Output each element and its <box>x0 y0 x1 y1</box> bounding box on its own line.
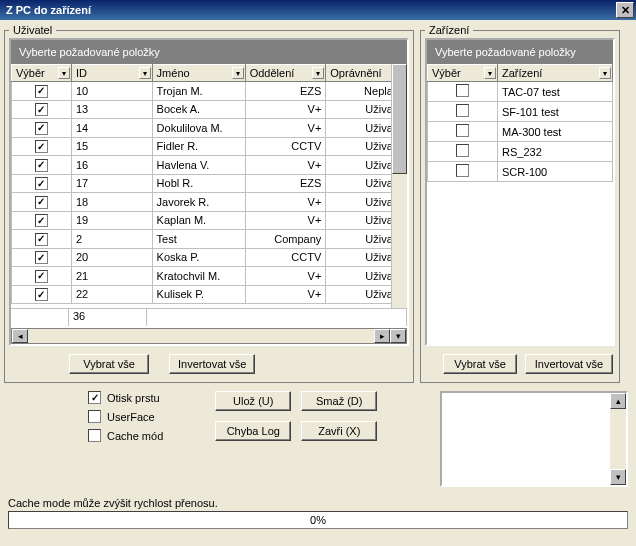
userface-label: UserFace <box>107 411 155 423</box>
cell-dept: V+ <box>245 285 326 304</box>
cell-dept: V+ <box>245 193 326 212</box>
cell-id: 21 <box>71 267 152 286</box>
row-checkbox[interactable] <box>35 196 48 209</box>
cell-id: 15 <box>71 137 152 156</box>
table-row[interactable]: MA-300 test <box>428 122 613 142</box>
table-row[interactable]: TAC-07 test <box>428 82 613 102</box>
row-checkbox[interactable] <box>456 164 469 177</box>
table-row[interactable]: 18Javorek R.V+Uživate <box>12 193 407 212</box>
cell-dept: V+ <box>245 267 326 286</box>
cell-name: Dokulilova M. <box>152 119 245 138</box>
cell-name: Kaplan M. <box>152 211 245 230</box>
fingerprint-checkbox[interactable] <box>88 391 101 404</box>
table-row[interactable]: 14Dokulilova M.V+Uživate <box>12 119 407 138</box>
log-textarea[interactable]: ▴ ▾ <box>440 391 628 487</box>
scroll-down-icon[interactable]: ▾ <box>610 469 626 485</box>
device-select-all-button[interactable]: Vybrat vše <box>443 354 517 374</box>
table-row[interactable]: SF-101 test <box>428 102 613 122</box>
row-checkbox[interactable] <box>35 122 48 135</box>
user-col-name[interactable]: Jméno▾ <box>152 65 245 82</box>
table-row[interactable]: 22Kulisek P.V+Uživate <box>12 285 407 304</box>
cell-dept: V+ <box>245 156 326 175</box>
scroll-up-icon[interactable]: ▴ <box>610 393 626 409</box>
chevron-down-icon[interactable]: ▾ <box>58 67 70 79</box>
cell-name: RS_232 <box>498 142 613 162</box>
cell-dept: V+ <box>245 211 326 230</box>
row-checkbox[interactable] <box>456 144 469 157</box>
cell-name: Hobl R. <box>152 174 245 193</box>
user-invert-all-button[interactable]: Invertovat vše <box>169 354 255 374</box>
row-checkbox[interactable] <box>35 288 48 301</box>
chevron-down-icon[interactable]: ▾ <box>232 67 244 79</box>
cell-dept: V+ <box>245 100 326 119</box>
chevron-down-icon[interactable]: ▾ <box>599 67 611 79</box>
log-vscrollbar[interactable]: ▴ ▾ <box>610 393 626 485</box>
cache-checkbox[interactable] <box>88 429 101 442</box>
table-row[interactable]: 15Fidler R.CCTVUživate <box>12 137 407 156</box>
user-col-id[interactable]: ID▾ <box>71 65 152 82</box>
save-button[interactable]: Ulož (U) <box>215 391 291 411</box>
chevron-down-icon[interactable]: ▾ <box>139 67 151 79</box>
fingerprint-label: Otisk prstu <box>107 392 160 404</box>
row-checkbox[interactable] <box>35 214 48 227</box>
delete-button[interactable]: Smaž (D) <box>301 391 377 411</box>
cell-name: SCR-100 <box>498 162 613 182</box>
user-hscrollbar[interactable]: ◂ ▸ ▾ <box>11 328 407 344</box>
cache-note: Cache mode může zvýšit rychlost přenosu. <box>4 491 632 511</box>
row-checkbox[interactable] <box>456 124 469 137</box>
cell-id: 19 <box>71 211 152 230</box>
row-checkbox[interactable] <box>35 140 48 153</box>
cell-name: Trojan M. <box>152 82 245 101</box>
user-col-select[interactable]: Výběr▾ <box>12 65 72 82</box>
user-table: Výběr▾ ID▾ Jméno▾ Oddělení▾ Oprávnění▾ 1… <box>11 64 407 304</box>
close-icon[interactable]: ✕ <box>616 2 634 18</box>
user-banner: Vyberte požadované položky <box>11 40 407 64</box>
table-row[interactable]: 19Kaplan M.V+Uživate <box>12 211 407 230</box>
chevron-down-icon[interactable]: ▾ <box>390 329 406 343</box>
progress-bar: 0% <box>8 511 628 529</box>
cell-id: 17 <box>71 174 152 193</box>
row-checkbox[interactable] <box>35 251 48 264</box>
chevron-down-icon[interactable]: ▾ <box>312 67 324 79</box>
table-row[interactable]: 13Bocek A.V+Uživate <box>12 100 407 119</box>
row-checkbox[interactable] <box>456 104 469 117</box>
row-checkbox[interactable] <box>35 85 48 98</box>
errorlog-button[interactable]: Chyba Log <box>215 421 291 441</box>
cell-dept: CCTV <box>245 248 326 267</box>
close-button[interactable]: Zavři (X) <box>301 421 377 441</box>
device-col-select[interactable]: Výběr▾ <box>428 65 498 82</box>
table-row[interactable]: RS_232 <box>428 142 613 162</box>
table-row[interactable]: 21Kratochvil M.V+Uživate <box>12 267 407 286</box>
user-vscrollbar[interactable] <box>391 64 407 308</box>
device-group-legend: Zařízení <box>425 24 473 36</box>
user-select-all-button[interactable]: Vybrat vše <box>69 354 149 374</box>
device-col-name[interactable]: Zařízení▾ <box>498 65 613 82</box>
table-row[interactable]: 16Havlena V.V+Uživate <box>12 156 407 175</box>
cell-dept: V+ <box>245 119 326 138</box>
table-row[interactable]: 10Trojan M.EZSNeplatn <box>12 82 407 101</box>
row-checkbox[interactable] <box>35 233 48 246</box>
titlebar: Z PC do zařízení ✕ <box>0 0 636 20</box>
user-col-dept[interactable]: Oddělení▾ <box>245 65 326 82</box>
table-row[interactable]: SCR-100 <box>428 162 613 182</box>
cell-id: 2 <box>71 230 152 249</box>
cache-label: Cache mód <box>107 430 163 442</box>
cell-name: TAC-07 test <box>498 82 613 102</box>
userface-checkbox[interactable] <box>88 410 101 423</box>
window-title: Z PC do zařízení <box>6 4 616 16</box>
row-checkbox[interactable] <box>35 270 48 283</box>
scroll-right-icon[interactable]: ▸ <box>374 329 390 343</box>
table-row[interactable]: 17Hobl R.EZSUživate <box>12 174 407 193</box>
row-checkbox[interactable] <box>456 84 469 97</box>
scroll-left-icon[interactable]: ◂ <box>12 329 28 343</box>
table-row[interactable]: 20Koska P.CCTVUživate <box>12 248 407 267</box>
cell-dept: CCTV <box>245 137 326 156</box>
chevron-down-icon[interactable]: ▾ <box>484 67 496 79</box>
cell-name: Fidler R. <box>152 137 245 156</box>
table-row[interactable]: 2TestCompanyUživate <box>12 230 407 249</box>
row-checkbox[interactable] <box>35 177 48 190</box>
device-invert-all-button[interactable]: Invertovat vše <box>525 354 613 374</box>
row-checkbox[interactable] <box>35 103 48 116</box>
device-banner: Vyberte požadované položky <box>427 40 613 64</box>
row-checkbox[interactable] <box>35 159 48 172</box>
